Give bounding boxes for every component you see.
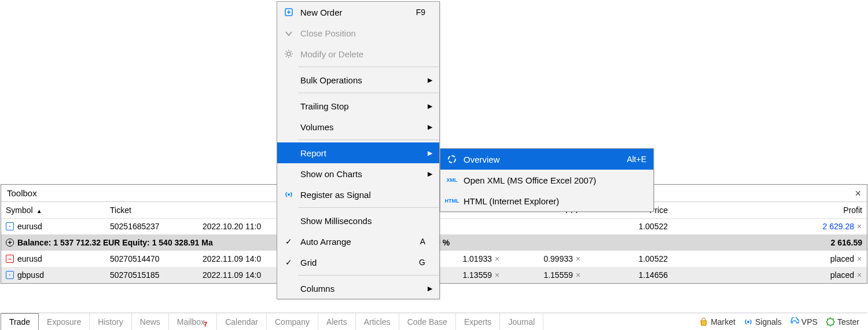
col-ticket[interactable]: Ticket <box>105 202 198 218</box>
symbol-icon: · <box>6 222 14 230</box>
mailbox-badge: 7 <box>204 321 207 328</box>
menu-item-grid[interactable]: ✓GridG <box>277 252 439 273</box>
menu-item-label: HTML (Internet Explorer) <box>459 196 646 206</box>
html-icon: HTML <box>445 198 459 204</box>
xml-icon: XML <box>445 177 459 183</box>
submenu-arrow-icon: ▶ <box>425 102 432 110</box>
clear-icon[interactable]: × <box>492 254 500 263</box>
cell-time: 2022.11.09 14:0 <box>198 267 279 283</box>
tab-trade[interactable]: Trade <box>1 313 39 330</box>
cell-profit: 2 629.28× <box>672 218 867 234</box>
expand-icon[interactable]: + <box>6 239 14 247</box>
symbol-icon: – <box>6 255 14 263</box>
cell-ticket: 50251685237 <box>105 218 198 234</box>
menu-item-html-internet-explorer-[interactable]: HTMLHTML (Internet Explorer) <box>440 190 653 211</box>
cell-time: 2022.10.20 11:0 <box>198 218 279 234</box>
menu-separator <box>298 93 439 93</box>
col-profit[interactable]: Profit <box>672 202 867 218</box>
market-link[interactable]: Market <box>699 317 735 327</box>
submenu-arrow-icon: ▶ <box>425 170 432 178</box>
svg-point-0 <box>747 321 749 323</box>
menu-item-label: Report <box>296 148 425 158</box>
menu-item-volumes[interactable]: Volumes▶ <box>277 116 439 137</box>
clear-icon[interactable]: × <box>854 254 862 263</box>
menu-item-label: Show Milliseconds <box>296 216 425 226</box>
tab-company[interactable]: Company <box>267 313 318 330</box>
tab-alerts[interactable]: Alerts <box>318 313 356 330</box>
cell-ticket: 50270514470 <box>105 251 198 267</box>
clear-icon[interactable]: × <box>854 222 862 231</box>
cell-profit: placed× <box>672 251 867 267</box>
menu-item-overview[interactable]: OverviewAlt+E <box>440 149 653 170</box>
new-order-icon <box>282 8 296 17</box>
cell-symbol: ·eurusd <box>1 218 105 234</box>
menu-item-label: Modify or Delete <box>296 49 425 59</box>
clear-icon[interactable]: × <box>573 254 581 263</box>
context-menu-report: OverviewAlt+EXMLOpen XML (MS Office Exce… <box>440 148 654 212</box>
menu-item-show-milliseconds[interactable]: Show Milliseconds <box>277 210 439 231</box>
menu-item-shortcut: F9 <box>416 8 425 17</box>
svg-point-4 <box>448 156 455 163</box>
clear-icon[interactable]: × <box>573 270 581 280</box>
tester-link[interactable]: Tester <box>826 317 859 327</box>
signals-icon <box>744 317 753 327</box>
tab-history[interactable]: History <box>90 313 132 330</box>
close-pos-icon <box>282 28 296 38</box>
col-symbol[interactable]: Symbol▲ <box>1 202 105 218</box>
menu-item-label: Auto Arrange <box>296 237 420 247</box>
menu-item-label: Close Position <box>296 28 425 38</box>
menu-item-modify-or-delete: Modify or Delete <box>277 43 439 64</box>
menu-separator <box>298 207 439 208</box>
balance-summary-left: +Balance: 1 537 712.32 EUR Equity: 1 540… <box>1 234 314 251</box>
menu-item-columns[interactable]: Columns▶ <box>277 278 439 299</box>
submenu-arrow-icon: ▶ <box>425 123 432 131</box>
submenu-arrow-icon: ▶ <box>425 149 432 157</box>
col-time[interactable] <box>198 202 279 218</box>
tab-calendar[interactable]: Calendar <box>217 313 267 330</box>
signals-link[interactable]: Signals <box>744 317 782 327</box>
vps-link[interactable]: VPS <box>790 317 818 327</box>
submenu-arrow-icon: ▶ <box>425 285 432 292</box>
tab-journal[interactable]: Journal <box>500 313 543 330</box>
cell-symbol: ·gbpusd <box>1 267 105 283</box>
clear-icon[interactable]: × <box>854 270 862 280</box>
signal-icon <box>282 190 296 199</box>
menu-item-new-order[interactable]: New OrderF9 <box>277 2 439 23</box>
menu-item-trailing-stop[interactable]: Trailing Stop▶ <box>277 96 439 116</box>
cell-symbol: –eurusd <box>1 251 105 267</box>
tab-articles[interactable]: Articles <box>356 313 399 330</box>
menu-item-bulk-operations[interactable]: Bulk Operations▶ <box>277 69 439 90</box>
cell-profit: placed× <box>672 267 867 283</box>
cell-time: 2022.11.09 14:0 <box>198 251 279 267</box>
context-menu-main: New OrderF9Close PositionModify or Delet… <box>277 1 440 299</box>
menu-separator <box>298 140 439 140</box>
menu-item-label: Bulk Operations <box>296 75 425 85</box>
menu-item-label: Register as Signal <box>296 190 425 200</box>
menu-item-show-on-charts[interactable]: Show on Charts▶ <box>277 163 439 184</box>
menu-item-label: New Order <box>296 8 416 17</box>
svg-point-2 <box>287 52 290 56</box>
cell-ticket: 50270515185 <box>105 267 198 283</box>
menu-item-open-xml-ms-office-excel-2007-[interactable]: XMLOpen XML (MS Office Excel 2007) <box>440 170 653 190</box>
tab-exposure[interactable]: Exposure <box>39 313 90 330</box>
bottom-right-links: Market Signals VPS Tester <box>699 317 867 327</box>
submenu-arrow-icon: ▶ <box>425 76 432 84</box>
symbol-icon: · <box>6 271 14 279</box>
tab-news[interactable]: News <box>132 313 169 330</box>
check-icon: ✓ <box>282 237 296 246</box>
menu-item-report[interactable]: Report▶ <box>277 142 439 163</box>
menu-item-label: Open XML (MS Office Excel 2007) <box>459 175 646 185</box>
menu-item-label: Trailing Stop <box>296 101 425 111</box>
check-icon: ✓ <box>282 258 296 267</box>
close-icon[interactable]: × <box>855 185 861 202</box>
menu-item-register-as-signal[interactable]: Register as Signal <box>277 184 439 205</box>
tab-mailbox[interactable]: Mailbox7 <box>169 313 217 330</box>
gear-icon <box>282 49 296 58</box>
menu-separator <box>298 67 439 67</box>
menu-item-label: Grid <box>296 258 419 267</box>
menu-item-auto-arrange[interactable]: ✓Auto ArrangeA <box>277 231 439 252</box>
balance-profit: 2 616.59 <box>672 234 867 251</box>
clear-icon[interactable]: × <box>492 270 500 280</box>
tab-experts[interactable]: Experts <box>456 313 500 330</box>
tab-code base[interactable]: Code Base <box>399 313 456 330</box>
